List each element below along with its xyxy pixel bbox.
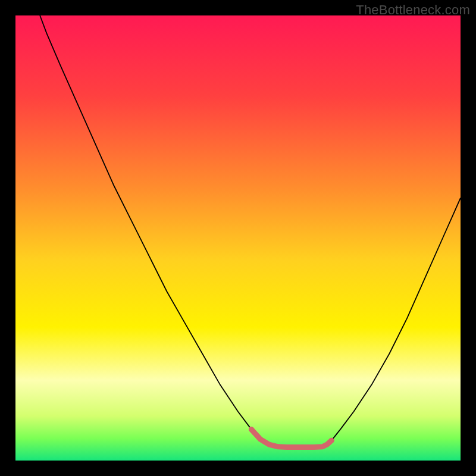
gradient-background [15, 15, 461, 461]
watermark-text: TheBottleneck.com [356, 2, 470, 18]
highlight-endpoint-0 [249, 427, 254, 432]
chart-frame: TheBottleneck.com [0, 0, 476, 476]
chart-canvas [15, 15, 461, 461]
plot-area [15, 15, 461, 461]
highlight-endpoint-1 [329, 438, 334, 443]
